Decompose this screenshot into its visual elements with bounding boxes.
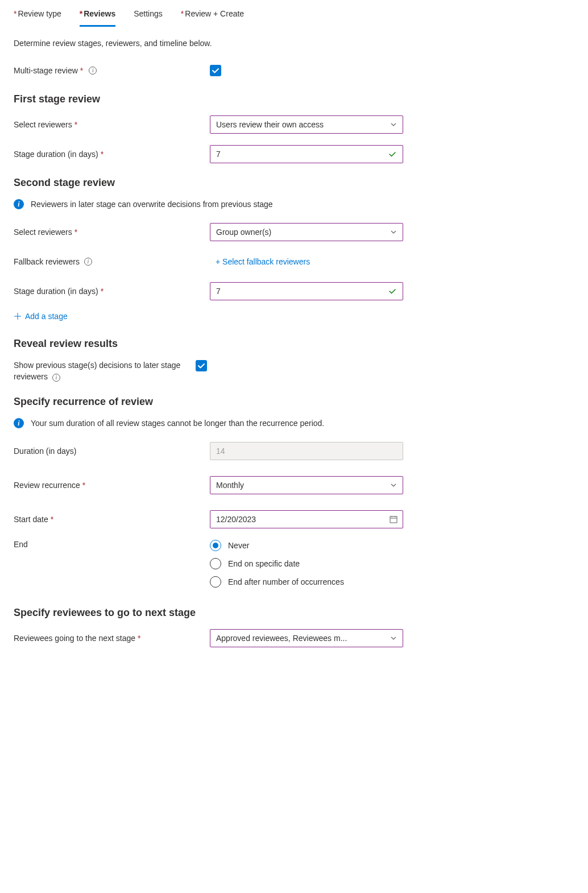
review-recurrence-label: Review recurrence xyxy=(14,481,80,490)
recurrence-info: Your sum duration of all review stages c… xyxy=(31,419,324,428)
valid-check-icon xyxy=(388,150,397,159)
reviewees-next-stage-label: Reviewees going to the next stage xyxy=(14,634,135,643)
second-stage-heading: Second stage review xyxy=(14,177,574,189)
first-select-reviewers-dropdown[interactable]: Users review their own access xyxy=(210,115,403,134)
plus-icon xyxy=(14,312,22,320)
first-stage-heading: First stage review xyxy=(14,93,574,105)
intro-text: Determine review stages, reviewers, and … xyxy=(14,39,574,48)
fallback-reviewers-label: Fallback reviewers xyxy=(14,257,80,266)
radio-label: Never xyxy=(228,541,249,550)
radio-label: End on specific date xyxy=(228,559,300,568)
chevron-down-icon xyxy=(390,121,397,128)
reveal-label: Show previous stage(s) decisions to late… xyxy=(14,361,180,381)
duration-input: 14 xyxy=(210,442,403,460)
input-value: 7 xyxy=(216,287,221,296)
dropdown-value: Monthly xyxy=(216,481,244,490)
second-stage-info: Reviewers in later stage can overwrite d… xyxy=(31,200,273,209)
chevron-down-icon xyxy=(390,482,397,489)
input-value: 14 xyxy=(216,446,225,456)
dropdown-value: Approved reviewees, Reviewees m... xyxy=(216,634,347,643)
info-badge-icon: i xyxy=(14,418,24,428)
add-stage-label: Add a stage xyxy=(25,312,68,321)
calendar-icon xyxy=(389,515,398,524)
select-fallback-link[interactable]: + Select fallback reviewers xyxy=(216,257,310,266)
end-option-never[interactable]: Never xyxy=(210,540,403,551)
next-stage-heading: Specify reviewees to go to next stage xyxy=(14,607,574,619)
required-star: * xyxy=(74,228,77,237)
tab-review-type[interactable]: *Review type xyxy=(14,9,61,27)
required-star: * xyxy=(82,481,85,490)
end-radio-group: Never End on specific date End after num… xyxy=(210,540,403,588)
required-star: * xyxy=(181,9,184,18)
svg-rect-0 xyxy=(390,516,397,523)
first-select-reviewers-label: Select reviewers xyxy=(14,120,72,129)
required-star: * xyxy=(101,150,103,159)
radio-icon xyxy=(210,540,221,551)
info-icon[interactable]: i xyxy=(89,67,97,75)
required-star: * xyxy=(74,120,77,129)
second-duration-input[interactable]: 7 xyxy=(210,282,403,300)
tab-review-create[interactable]: *Review + Create xyxy=(181,9,244,27)
review-recurrence-dropdown[interactable]: Monthly xyxy=(210,476,403,494)
first-duration-input[interactable]: 7 xyxy=(210,145,403,163)
info-icon[interactable]: i xyxy=(52,374,60,382)
input-value: 7 xyxy=(216,150,221,159)
reveal-checkbox[interactable] xyxy=(196,360,207,371)
second-select-reviewers-dropdown[interactable]: Group owner(s) xyxy=(210,223,403,241)
end-option-occurrences[interactable]: End after number of occurrences xyxy=(210,576,403,588)
reveal-heading: Reveal review results xyxy=(14,338,574,350)
valid-check-icon xyxy=(388,287,397,296)
duration-label: Duration (in days) xyxy=(14,446,77,456)
multi-stage-label: Multi-stage review xyxy=(14,66,78,75)
radio-icon xyxy=(210,576,221,588)
second-select-reviewers-label: Select reviewers xyxy=(14,228,72,237)
start-date-input[interactable]: 12/20/2023 xyxy=(210,510,403,528)
multi-stage-checkbox[interactable] xyxy=(210,65,221,76)
tab-bar: *Review type *Reviews Settings *Review +… xyxy=(0,0,588,27)
tab-settings[interactable]: Settings xyxy=(134,9,163,27)
dropdown-value: Group owner(s) xyxy=(216,228,271,237)
info-badge-icon: i xyxy=(14,199,24,209)
chevron-down-icon xyxy=(390,229,397,235)
radio-label: End after number of occurrences xyxy=(228,577,344,586)
add-stage-button[interactable]: Add a stage xyxy=(14,312,68,321)
first-duration-label: Stage duration (in days) xyxy=(14,150,98,159)
chevron-down-icon xyxy=(390,635,397,642)
end-label: End xyxy=(14,540,28,549)
required-star: * xyxy=(80,66,83,75)
required-star: * xyxy=(138,634,140,643)
required-star: * xyxy=(14,9,16,18)
reviewees-next-stage-dropdown[interactable]: Approved reviewees, Reviewees m... xyxy=(210,629,403,647)
dropdown-value: Users review their own access xyxy=(216,120,324,129)
recurrence-heading: Specify recurrence of review xyxy=(14,396,574,408)
required-star: * xyxy=(80,9,82,18)
tab-reviews[interactable]: *Reviews xyxy=(80,9,116,27)
second-duration-label: Stage duration (in days) xyxy=(14,287,98,296)
end-option-specific[interactable]: End on specific date xyxy=(210,558,403,569)
required-star: * xyxy=(101,287,103,296)
input-value: 12/20/2023 xyxy=(216,515,256,524)
radio-icon xyxy=(210,558,221,569)
info-icon[interactable]: i xyxy=(84,258,92,266)
start-date-label: Start date xyxy=(14,515,48,524)
required-star: * xyxy=(51,515,53,524)
check-icon xyxy=(197,362,205,370)
check-icon xyxy=(212,67,220,75)
